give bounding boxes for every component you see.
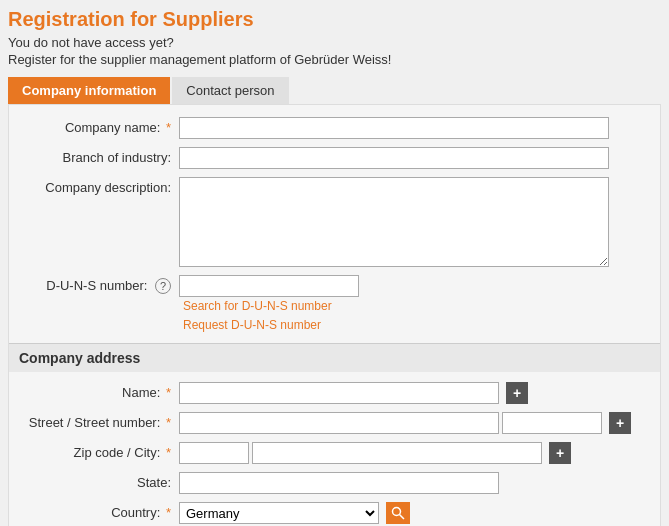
page-title: Registration for Suppliers — [8, 8, 661, 31]
street-label: Street / Street number: * — [19, 412, 179, 430]
zip-input-group: + — [179, 442, 571, 464]
address-name-row: Name: * + — [19, 382, 650, 404]
branch-input[interactable] — [179, 147, 609, 169]
duns-label: D-U-N-S number: ? — [19, 275, 179, 294]
svg-line-1 — [400, 515, 405, 520]
company-name-input[interactable] — [179, 117, 609, 139]
required-star: * — [166, 120, 171, 135]
description-row: Company description: — [19, 177, 650, 267]
form-section: Company name: * Branch of industry: Comp… — [8, 104, 661, 526]
street-input-group: + — [179, 412, 631, 434]
duns-row: D-U-N-S number: ? Search for D-U-N-S num… — [19, 275, 650, 335]
zip-add-button[interactable]: + — [549, 442, 571, 464]
street-input[interactable] — [179, 412, 499, 434]
zip-row: Zip code / City: * + — [19, 442, 650, 464]
name-add-button[interactable]: + — [506, 382, 528, 404]
duns-input-group: Search for D-U-N-S number Request D-U-N-… — [179, 275, 359, 335]
tab-contact-person[interactable]: Contact person — [172, 77, 288, 104]
street-add-button[interactable]: + — [609, 412, 631, 434]
country-row: Country: * Germany Austria Switzerland U… — [19, 502, 650, 524]
country-search-button[interactable] — [386, 502, 410, 524]
subtitle2: Register for the supplier management pla… — [8, 52, 661, 67]
subtitle1: You do not have access yet? — [8, 35, 661, 50]
state-label: State: — [19, 472, 179, 490]
description-textarea[interactable] — [179, 177, 609, 267]
country-label: Country: * — [19, 502, 179, 520]
branch-label: Branch of industry: — [19, 147, 179, 165]
country-select[interactable]: Germany Austria Switzerland United Kingd… — [179, 502, 379, 524]
branch-row: Branch of industry: — [19, 147, 650, 169]
zip-input[interactable] — [179, 442, 249, 464]
street-row: Street / Street number: * + — [19, 412, 650, 434]
country-input-group: Germany Austria Switzerland United Kingd… — [179, 502, 410, 524]
duns-input[interactable] — [179, 275, 359, 297]
company-name-label: Company name: * — [19, 117, 179, 135]
address-section-header: Company address — [9, 343, 660, 372]
address-name-input[interactable] — [179, 382, 499, 404]
svg-point-0 — [393, 508, 401, 516]
country-required-star: * — [166, 505, 171, 520]
state-input[interactable] — [179, 472, 499, 494]
company-name-row: Company name: * — [19, 117, 650, 139]
street-required-star: * — [166, 415, 171, 430]
city-input[interactable] — [252, 442, 542, 464]
name-input-group: + — [179, 382, 528, 404]
duns-links: Search for D-U-N-S number Request D-U-N-… — [183, 297, 359, 335]
description-label: Company description: — [19, 177, 179, 195]
search-icon — [391, 506, 405, 520]
duns-request-link[interactable]: Request D-U-N-S number — [183, 316, 359, 335]
duns-help-icon[interactable]: ? — [155, 278, 171, 294]
zip-required-star: * — [166, 445, 171, 460]
zip-label: Zip code / City: * — [19, 442, 179, 460]
address-name-label: Name: * — [19, 382, 179, 400]
name-required-star: * — [166, 385, 171, 400]
street-number-input[interactable] — [502, 412, 602, 434]
state-row: State: — [19, 472, 650, 494]
tabs-row: Company information Contact person — [8, 77, 661, 104]
tab-company-information[interactable]: Company information — [8, 77, 170, 104]
duns-search-link[interactable]: Search for D-U-N-S number — [183, 297, 359, 316]
